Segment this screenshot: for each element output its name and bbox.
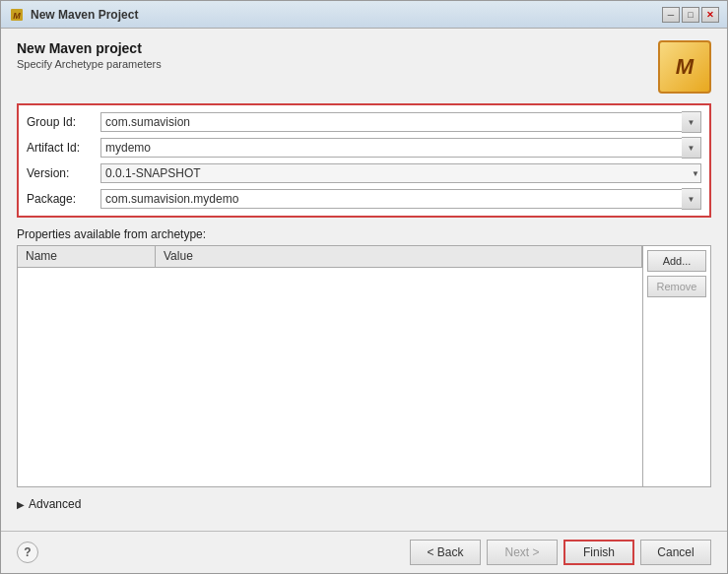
artifact-id-input[interactable] xyxy=(100,138,682,158)
column-value-header: Value xyxy=(156,246,642,267)
maven-logo: M xyxy=(658,40,711,94)
properties-table: Name Value xyxy=(18,246,642,486)
package-dropdown[interactable]: ▼ xyxy=(682,188,701,210)
version-label: Version: xyxy=(27,166,100,180)
minimize-button[interactable]: ─ xyxy=(662,7,680,23)
version-row: Version: 0.0.1-SNAPSHOT ▼ xyxy=(27,162,701,184)
table-body xyxy=(18,268,642,486)
finish-button[interactable]: Finish xyxy=(563,540,634,565)
main-window: M New Maven Project ─ □ ✕ New Maven proj… xyxy=(0,0,728,574)
remove-button[interactable]: Remove xyxy=(647,276,706,297)
cancel-button[interactable]: Cancel xyxy=(640,540,711,565)
next-button[interactable]: Next > xyxy=(487,540,558,565)
header-section: New Maven project Specify Archetype para… xyxy=(17,40,711,94)
package-row: Package: ▼ xyxy=(27,188,701,210)
footer: ? < Back Next > Finish Cancel xyxy=(1,531,727,573)
page-subtitle: Specify Archetype parameters xyxy=(17,58,658,70)
group-id-row: Group Id: ▼ xyxy=(27,111,701,133)
close-button[interactable]: ✕ xyxy=(701,7,719,23)
artifact-id-dropdown[interactable]: ▼ xyxy=(682,137,701,159)
window-icon: M xyxy=(9,7,25,23)
column-name-header: Name xyxy=(18,246,156,267)
page-title: New Maven project xyxy=(17,40,658,56)
window-controls: ─ □ ✕ xyxy=(662,7,719,23)
artifact-id-row: Artifact Id: ▼ xyxy=(27,137,701,159)
package-label: Package: xyxy=(27,192,100,206)
archetype-form: Group Id: ▼ Artifact Id: ▼ Version: xyxy=(17,103,711,218)
add-button[interactable]: Add... xyxy=(647,250,706,272)
package-input[interactable] xyxy=(100,189,682,209)
group-id-dropdown[interactable]: ▼ xyxy=(682,111,701,133)
header-texts: New Maven project Specify Archetype para… xyxy=(17,40,658,70)
advanced-section[interactable]: ▶ Advanced xyxy=(17,497,711,511)
content-area: New Maven project Specify Archetype para… xyxy=(1,29,727,531)
version-select[interactable]: 0.0.1-SNAPSHOT xyxy=(100,163,701,183)
group-id-input[interactable] xyxy=(100,112,682,132)
properties-table-container: Name Value Add... Remove xyxy=(17,245,711,487)
title-bar: M New Maven Project ─ □ ✕ xyxy=(1,1,727,29)
help-button[interactable]: ? xyxy=(17,542,38,563)
table-header: Name Value xyxy=(18,246,642,268)
properties-label: Properties available from archetype: xyxy=(17,227,711,241)
group-id-label: Group Id: xyxy=(27,115,100,129)
advanced-arrow-icon: ▶ xyxy=(17,499,25,510)
footer-buttons: < Back Next > Finish Cancel xyxy=(410,540,711,565)
table-action-buttons: Add... Remove xyxy=(642,246,710,486)
back-button[interactable]: < Back xyxy=(410,540,481,565)
svg-text:M: M xyxy=(13,11,21,21)
maximize-button[interactable]: □ xyxy=(682,7,699,23)
window-title: New Maven Project xyxy=(31,8,662,22)
artifact-id-label: Artifact Id: xyxy=(27,141,100,155)
advanced-label: Advanced xyxy=(29,497,81,511)
